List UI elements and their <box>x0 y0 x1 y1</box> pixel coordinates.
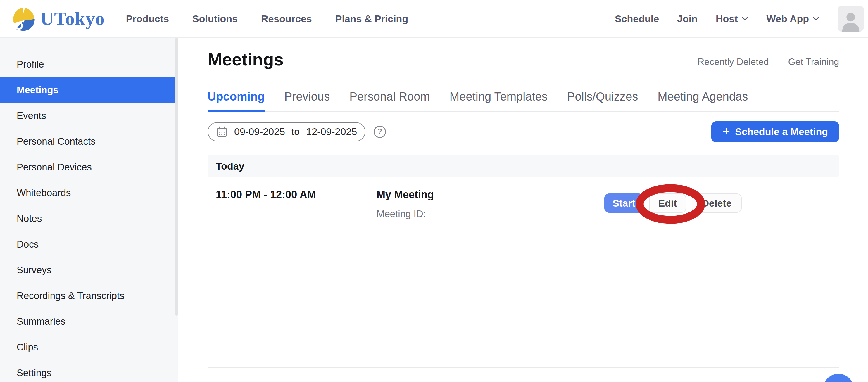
tab-previous[interactable]: Previous <box>284 90 330 111</box>
web-app-menu[interactable]: Web App <box>767 13 819 25</box>
meeting-row: 11:00 PM - 12:00 AM My Meeting Meeting I… <box>208 178 839 220</box>
chevron-down-icon <box>812 17 819 21</box>
sidebar-item-recordings-transcripts[interactable]: Recordings & Transcripts <box>0 283 178 309</box>
sidebar-item-whiteboards[interactable]: Whiteboards <box>0 180 178 206</box>
meeting-list: Today 11:00 PM - 12:00 AM My Meeting Mee… <box>208 155 839 220</box>
date-range-picker[interactable]: 09-09-2025 to 12-09-2025 <box>208 122 366 141</box>
meetings-tabs: Upcoming Previous Personal Room Meeting … <box>208 90 839 112</box>
nav-resources[interactable]: Resources <box>261 13 312 25</box>
sidebar-item-settings[interactable]: Settings <box>0 360 178 382</box>
meeting-title: My Meeting <box>377 189 434 201</box>
join-link-label: Join <box>677 13 698 25</box>
page-title: Meetings <box>208 51 284 68</box>
sidebar-item-surveys[interactable]: Surveys <box>0 257 178 283</box>
sidebar-scrollbar[interactable] <box>175 38 178 316</box>
chevron-down-icon <box>741 17 748 21</box>
date-start-value: 09-09-2025 <box>234 126 285 137</box>
user-avatar[interactable] <box>838 5 864 32</box>
controls-row: 09-09-2025 to 12-09-2025 ? + Schedule a … <box>208 121 839 142</box>
sidebar-item-personal-contacts[interactable]: Personal Contacts <box>0 129 178 154</box>
plus-icon: + <box>722 125 730 138</box>
tab-personal-room[interactable]: Personal Room <box>349 90 430 111</box>
sidebar: Profile Meetings Events Personal Contact… <box>0 38 178 382</box>
get-training-link[interactable]: Get Training <box>788 56 839 67</box>
sidebar-item-clips[interactable]: Clips <box>0 335 178 360</box>
header-actions: Schedule Join Host Web App <box>615 5 864 32</box>
nav-solutions[interactable]: Solutions <box>192 13 238 25</box>
schedule-link[interactable]: Schedule <box>615 13 659 25</box>
meeting-time: 11:00 PM - 12:00 AM <box>216 189 377 220</box>
schedule-link-label: Schedule <box>615 13 659 25</box>
nav-plans-pricing[interactable]: Plans & Pricing <box>335 13 408 25</box>
meeting-id-label: Meeting ID: <box>377 209 434 220</box>
date-end-value: 12-09-2025 <box>306 126 357 137</box>
tab-meeting-agendas[interactable]: Meeting Agendas <box>657 90 748 111</box>
sidebar-item-personal-devices[interactable]: Personal Devices <box>0 154 178 180</box>
schedule-a-meeting-label: Schedule a Meeting <box>735 126 828 137</box>
utokyo-ginkgo-icon <box>11 6 36 31</box>
sidebar-item-events[interactable]: Events <box>0 103 178 129</box>
top-header: UTokyo Products Solutions Resources Plan… <box>0 0 868 38</box>
sidebar-item-summaries[interactable]: Summaries <box>0 309 178 335</box>
schedule-a-meeting-button[interactable]: + Schedule a Meeting <box>711 121 839 142</box>
main-content: Meetings Recently Deleted Get Training U… <box>178 38 868 382</box>
sidebar-item-notes[interactable]: Notes <box>0 206 178 231</box>
recently-deleted-link[interactable]: Recently Deleted <box>698 56 769 67</box>
main-nav: Products Solutions Resources Plans & Pri… <box>126 13 408 25</box>
title-links: Recently Deleted Get Training <box>698 56 839 68</box>
sidebar-item-docs[interactable]: Docs <box>0 231 178 257</box>
person-icon <box>839 9 862 32</box>
host-menu[interactable]: Host <box>716 13 748 25</box>
date-group-header: Today <box>208 155 839 178</box>
help-icon[interactable]: ? <box>374 126 386 138</box>
date-group-label: Today <box>216 160 244 172</box>
meeting-info: My Meeting Meeting ID: <box>377 189 434 220</box>
sidebar-item-profile[interactable]: Profile <box>0 52 178 77</box>
start-button[interactable]: Start <box>604 193 644 213</box>
brand-logo[interactable]: UTokyo <box>11 6 105 31</box>
tab-meeting-templates[interactable]: Meeting Templates <box>450 90 548 111</box>
edit-button[interactable]: Edit <box>649 193 686 213</box>
brand-name: UTokyo <box>40 8 105 30</box>
list-divider <box>208 367 839 368</box>
host-menu-label: Host <box>716 13 738 25</box>
nav-products[interactable]: Products <box>126 13 169 25</box>
meeting-actions: Start Edit Delete <box>604 193 742 213</box>
calendar-icon <box>216 126 228 138</box>
delete-button[interactable]: Delete <box>692 193 742 213</box>
web-app-menu-label: Web App <box>767 13 809 25</box>
sidebar-item-meetings[interactable]: Meetings <box>0 77 178 103</box>
date-separator: to <box>291 126 300 137</box>
title-row: Meetings Recently Deleted Get Training <box>208 51 839 68</box>
tab-polls-quizzes[interactable]: Polls/Quizzes <box>567 90 638 111</box>
tab-upcoming[interactable]: Upcoming <box>208 90 265 111</box>
join-link[interactable]: Join <box>677 13 698 25</box>
